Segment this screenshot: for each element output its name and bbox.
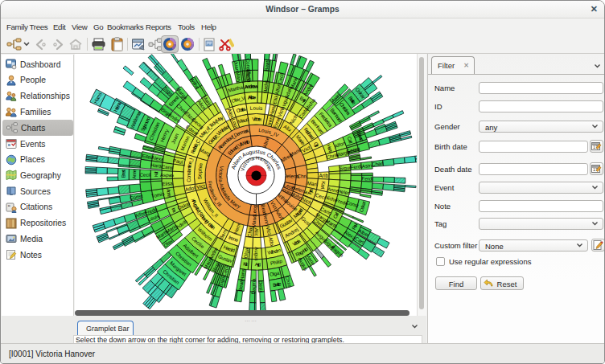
svg-text:Elisa: Elisa bbox=[162, 180, 174, 186]
svg-text:Charl: Charl bbox=[372, 160, 384, 166]
svg-text:Karl: Karl bbox=[320, 181, 327, 190]
svg-text:Alic: Alic bbox=[254, 228, 260, 237]
svg-text:Sigur: Sigur bbox=[339, 165, 351, 171]
svg-text:Aspas: Aspas bbox=[160, 172, 174, 178]
svg-text:Ferdi: Ferdi bbox=[361, 175, 372, 181]
svg-text:Chri: Chri bbox=[297, 173, 307, 178]
svg-text:Carol: Carol bbox=[161, 164, 173, 170]
svg-text:Desir: Desir bbox=[258, 280, 265, 292]
svg-text:Const: Const bbox=[130, 193, 143, 201]
svg-text:Maud: Maud bbox=[251, 214, 257, 227]
svg-text:Louis: Louis bbox=[249, 105, 262, 111]
svg-text:Ferdi: Ferdi bbox=[350, 163, 362, 170]
svg-text:Elena: Elena bbox=[246, 69, 253, 83]
svg-text:Cecil: Cecil bbox=[140, 172, 151, 178]
svg-text:Dagma: Dagma bbox=[250, 278, 257, 295]
svg-text:Arib: Arib bbox=[319, 173, 329, 178]
svg-text:Astri: Astri bbox=[362, 162, 372, 169]
svg-text:Andrew: Andrew bbox=[245, 84, 258, 90]
svg-text:Anne: Anne bbox=[131, 169, 137, 179]
svg-text:Beatr: Beatr bbox=[263, 59, 270, 71]
svg-text:“: “ bbox=[8, 204, 11, 210]
svg-text:Augus: Augus bbox=[254, 247, 260, 261]
